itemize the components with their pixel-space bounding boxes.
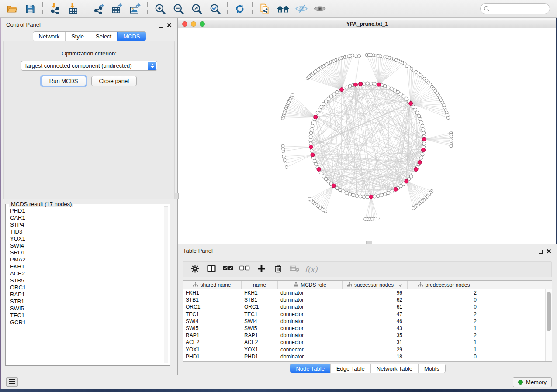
delete-columns-button[interactable] [273,264,283,275]
mcds-result-item[interactable]: SWI4 [10,242,170,249]
mcds-result-item[interactable]: TID3 [10,228,170,235]
tab-mcds[interactable]: MCDS [117,32,145,41]
dominator-node[interactable] [422,137,426,141]
table-row[interactable]: YOX1YOX1connector291 [183,346,545,353]
select-all-button[interactable] [223,264,233,275]
table-row[interactable]: TEC1TEC1connector472 [183,311,545,318]
new-column-button[interactable] [256,264,266,275]
control-panel-float-icon[interactable] [159,24,163,28]
mcds-result-item[interactable]: ORC1 [10,284,170,291]
dominator-node[interactable] [317,167,321,171]
dominator-node[interactable] [414,167,418,171]
table-row[interactable]: STB1STB1dominator620 [183,296,545,303]
column-header-name[interactable]: name [242,281,278,289]
close-panel-button[interactable]: Close panel [91,76,137,86]
table-row[interactable]: PHD1PHD1dominator180 [183,353,545,360]
mcds-result-item[interactable]: FKH1 [10,263,170,270]
sort-desc-icon[interactable] [398,282,402,288]
mcds-result-item[interactable]: SRD1 [10,249,170,256]
show-panels-button[interactable] [6,377,18,387]
mcds-result-item[interactable]: TEC1 [10,312,170,319]
save-session-button[interactable] [22,1,38,16]
table-scrollbar-thumb[interactable] [547,292,551,331]
table-row[interactable]: SWI4SWI4dominator462 [183,318,545,325]
show-all-button[interactable] [312,1,328,16]
network-graph[interactable] [178,28,556,244]
mcds-result-item[interactable]: YOX1 [10,235,170,242]
search-input[interactable] [480,3,550,14]
table-panel-float-icon[interactable] [539,250,543,254]
mcds-result-item[interactable]: SWI5 [10,305,170,312]
import-network-button[interactable] [47,1,63,16]
cell-predecessor-nodes: 1 [408,325,481,331]
dominator-node[interactable] [394,187,398,191]
tab-motifs[interactable]: Motifs [418,364,445,373]
zoom-fit-button[interactable] [189,1,204,16]
mcds-result-item[interactable]: ACE2 [10,270,170,277]
export-network-button[interactable] [90,1,106,16]
dominator-node[interactable] [359,82,363,86]
dominator-node[interactable] [332,184,336,188]
control-panel-close-icon[interactable] [167,21,172,29]
dominator-node[interactable] [311,153,315,157]
run-mcds-button[interactable]: Run MCDS [42,76,86,86]
mcds-result-item[interactable]: RAP1 [10,291,170,298]
table-row[interactable]: RAP1RAP1dominator352 [183,332,545,339]
refresh-view-button[interactable] [232,1,248,16]
first-neighbors-button[interactable] [275,1,291,16]
mcds-result-list[interactable]: PHD1CAR1STP4TID3YOX1SWI4SRD1PMA2FKH1ACE2… [6,207,170,326]
table-row[interactable]: SWI5SWI5connector431 [183,325,545,332]
import-table-button[interactable] [66,1,81,16]
mcds-result-item[interactable]: GCR1 [10,319,170,326]
zoom-in-button[interactable] [152,1,168,16]
mcds-result-item[interactable]: PHD1 [10,207,170,214]
dominator-node[interactable] [339,88,343,92]
column-header-mcds-role[interactable]: MCDS role [278,281,343,289]
tab-style[interactable]: Style [65,32,90,41]
column-header-predecessor-nodes[interactable]: predecessor nodes [408,281,481,289]
mcds-result-scrollbar[interactable] [164,206,168,363]
deselect-all-button[interactable] [240,264,249,275]
dominator-node[interactable] [377,83,381,86]
tab-node-table[interactable]: Node Table [290,364,330,373]
table-settings-button[interactable] [190,264,200,275]
column-header-successor-nodes[interactable]: successor nodes [343,281,408,289]
dominator-node[interactable] [409,101,413,105]
tab-edge-table[interactable]: Edge Table [330,364,370,373]
horizontal-splitter-grip[interactable] [366,241,372,244]
tab-select[interactable]: Select [90,32,117,41]
table-row[interactable]: ACE2ACE2connector311 [183,339,545,346]
toggle-columns-button[interactable] [207,264,216,275]
tab-network-table[interactable]: Network Table [370,364,418,373]
dominator-node[interactable] [314,115,318,119]
network-window-titlebar[interactable]: YPA_prune.txt_1 [178,20,556,28]
clone-network-button[interactable] [257,1,273,16]
criterion-select[interactable]: largest connected component (undirected) [21,61,157,71]
table-row[interactable]: ORC1ORC1dominator610 [183,303,545,310]
mcds-result-item[interactable]: STP4 [10,221,170,228]
dominator-node[interactable] [422,148,426,152]
dominator-node[interactable] [405,179,408,183]
memory-button[interactable]: Memory [513,377,552,387]
table-panel-close-icon[interactable] [547,248,551,255]
vertical-splitter-grip[interactable] [175,193,179,199]
hide-selected-button[interactable] [294,1,309,16]
dominator-node[interactable] [369,195,373,199]
dominator-node[interactable] [353,83,357,86]
column-header-shared-name[interactable]: shared name [183,281,242,289]
table-row[interactable]: FKH1FKH1dominator962 [183,289,545,296]
mcds-result-item[interactable]: PMA2 [10,256,170,263]
tab-network[interactable]: Network [33,32,65,41]
dominator-node[interactable] [309,145,313,149]
open-file-button[interactable] [4,1,20,16]
mcds-result-item[interactable]: STB1 [10,298,170,305]
zoom-selected-button[interactable] [207,1,223,16]
dominator-node[interactable] [418,160,422,164]
export-table-button[interactable] [109,1,125,16]
table-scrollbar[interactable] [545,289,552,361]
zoom-out-button[interactable] [170,1,186,16]
network-canvas[interactable] [178,28,556,244]
export-image-button[interactable] [127,1,143,16]
mcds-result-item[interactable]: CAR1 [10,214,170,221]
mcds-result-item[interactable]: STB5 [10,277,170,284]
